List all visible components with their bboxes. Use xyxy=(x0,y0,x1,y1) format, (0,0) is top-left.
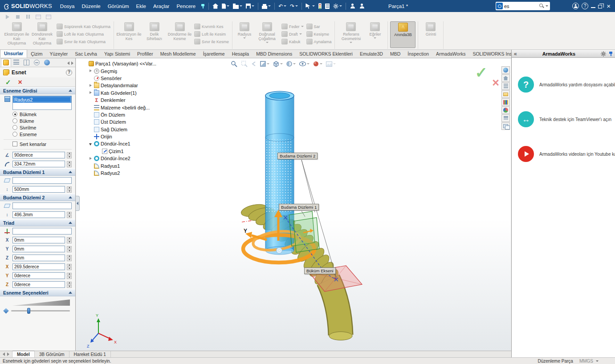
trim-plane-2-callout[interactable]: Budama Düzlemi 2 xyxy=(277,153,318,159)
tree-item-gecmis[interactable]: Geçmiş xyxy=(83,67,163,74)
ribbon-extruded-boss-button[interactable]: Ekstrüzyon ile Katı Oluşturma xyxy=(4,21,29,45)
triad-x-input[interactable] xyxy=(12,237,65,243)
save-icon[interactable] xyxy=(244,1,256,11)
ribbon-extruded-cut-button[interactable]: Ekstrüzyon ile Kes xyxy=(116,21,142,41)
task-pane-youtube-link[interactable]: ArmadaWorks videoları için Youtube kan xyxy=(512,146,615,162)
pm-tab-scroll-left-icon[interactable] xyxy=(67,61,69,65)
forum-icon[interactable] xyxy=(501,122,510,130)
triad-reference-input[interactable] xyxy=(12,228,72,235)
tab-sac-levha[interactable]: Sac Levha xyxy=(71,50,101,58)
ribbon-swept-boss-button[interactable]: Süpürerek Katı Oluşturma xyxy=(57,24,110,29)
spinner[interactable] xyxy=(67,186,72,193)
hard-edges-checkbox[interactable]: Sert kenarlar xyxy=(0,141,75,147)
zoom-fit-icon[interactable] xyxy=(230,60,239,68)
tree-item-denklemler[interactable]: ΣDenklemler xyxy=(83,97,163,104)
tree-item-dondur-ince2[interactable]: Döndür-İnce2 xyxy=(83,155,163,162)
view-palette-icon[interactable] xyxy=(501,98,510,106)
tab-isaretleme[interactable]: İşaretleme xyxy=(200,50,228,58)
ribbon-lofted-boss-button[interactable]: Loft ile Katı Oluşturma xyxy=(57,31,110,37)
ribbon-linear-pattern-button[interactable]: Doğrusal Çoğaltma xyxy=(254,21,280,43)
file-properties-icon[interactable] xyxy=(323,1,331,11)
minimize-window-icon[interactable] xyxy=(591,4,595,8)
expand-icon[interactable] xyxy=(89,69,93,73)
tree-item-dondur-ince1[interactable]: Döndür-İnce1 xyxy=(83,140,163,147)
spinner[interactable] xyxy=(67,255,72,261)
selected-body-item[interactable]: Radyus2 xyxy=(13,96,71,103)
spinner[interactable] xyxy=(67,246,72,252)
edit-appearance-icon[interactable] xyxy=(312,60,323,68)
trim-plane2-offset-input[interactable] xyxy=(12,211,65,218)
ribbon-curves-button[interactable]: Eğriler xyxy=(365,21,385,39)
design-library-icon[interactable] xyxy=(501,82,510,90)
run-macro-icon[interactable] xyxy=(4,13,12,20)
expand-icon[interactable] xyxy=(89,91,93,95)
task-pane-teamviewer-link[interactable]: ↔ Teknik destek için TeamViewer'ı açın xyxy=(512,111,615,127)
tab-solidworks-eklentileri[interactable]: SOLIDWORKS Eklentileri xyxy=(296,50,356,58)
ribbon-intersect-button[interactable]: Kesişme xyxy=(306,31,332,37)
origin-handle[interactable] xyxy=(277,248,282,254)
search-input[interactable] xyxy=(503,4,539,9)
tab-scroll-right-icon[interactable] xyxy=(7,352,9,356)
bend-angle-input[interactable] xyxy=(12,152,65,158)
empty-selection-row[interactable] xyxy=(13,103,71,109)
appearances-icon[interactable] xyxy=(501,106,510,114)
tree-item-detaylandirmalar[interactable]: Detaylandırmalar xyxy=(83,82,163,89)
tab-emulate3d[interactable]: Emulate3D xyxy=(356,50,387,58)
tab-mbd-dimensions[interactable]: MBD Dimensions xyxy=(253,50,296,58)
trim-plane2-reference-input[interactable] xyxy=(12,202,72,209)
tab-featuremanager-tree[interactable] xyxy=(11,58,21,67)
ribbon-wrap-button[interactable]: Sar xyxy=(306,24,332,29)
ribbon-hole-wizard-button[interactable]: Delik Sihirbazı xyxy=(142,21,167,41)
open-icon[interactable] xyxy=(231,1,244,11)
home-icon[interactable] xyxy=(211,1,220,11)
pm-cancel-icon[interactable]: × xyxy=(18,79,22,85)
trim-plane-1-callout[interactable]: Budama Düzlemi 1 xyxy=(279,204,319,210)
login-user-icon[interactable] xyxy=(572,3,579,9)
previous-view-icon[interactable] xyxy=(250,60,257,68)
section-trim-plane1-header[interactable]: Budama Düzlemi 1 xyxy=(0,168,75,176)
radio-bending[interactable]: Bükmek xyxy=(0,111,75,117)
view-orientation-icon[interactable] xyxy=(272,60,284,68)
tree-item-radyus2[interactable]: Radyus2 xyxy=(83,170,163,177)
menu-gorunum[interactable]: Görünüm xyxy=(104,0,133,12)
select-icon[interactable] xyxy=(304,1,317,11)
ribbon-boundary-boss-button[interactable]: Sınır ile Katı Oluşturma xyxy=(57,39,110,44)
confirm-ok-icon[interactable]: ✓ xyxy=(475,64,488,81)
resources-icon[interactable] xyxy=(501,66,510,74)
tab-yuzeyler[interactable]: Yüzeyler xyxy=(46,50,71,58)
collaborate-user-icon[interactable] xyxy=(357,1,367,11)
tree-item-sensorler[interactable]: Sensörler xyxy=(83,75,163,82)
section-view-icon[interactable] xyxy=(259,60,270,68)
task-pane-gear-icon[interactable] xyxy=(601,51,606,57)
ribbon-instant3d-button[interactable]: Anında3B xyxy=(390,21,415,48)
pin-pane-icon[interactable] xyxy=(609,52,613,56)
expand-icon[interactable] xyxy=(89,84,93,88)
ribbon-draft-button[interactable]: Draft xyxy=(281,31,304,37)
tab-unsurlar[interactable]: Unsurlar xyxy=(0,49,27,58)
spinner[interactable] xyxy=(67,237,72,243)
tab-dimxpert[interactable] xyxy=(32,58,42,67)
tab-model[interactable]: Model xyxy=(12,351,35,357)
tree-item-cizim1[interactable]: Çizim1 xyxy=(83,148,163,155)
graphics-viewport[interactable]: Y Y X Z Parça1 (Varsayılan) <<Var... Geç… xyxy=(76,58,511,351)
bodies-selection-listbox[interactable]: Radyus2 xyxy=(12,96,72,110)
close-window-icon[interactable]: × xyxy=(605,3,612,9)
section-flex-options-header[interactable]: Esneme Seçenekleri xyxy=(0,289,75,296)
tab-yapi-sistemi[interactable]: Yapı Sistemi xyxy=(101,50,134,58)
radio-tapering[interactable]: Sivrilme xyxy=(0,124,75,131)
section-flex-input-header[interactable]: Esneme Girdisi xyxy=(0,87,75,94)
units-selector[interactable]: MMGS xyxy=(579,359,600,364)
custom-properties-icon[interactable] xyxy=(501,114,510,122)
menu-dosya[interactable]: Dosya xyxy=(57,0,78,12)
tab-inspection[interactable]: İnspection xyxy=(404,50,432,58)
pm-tab-scroll-right-icon[interactable] xyxy=(71,61,73,65)
ribbon-revolved-boss-button[interactable]: Döndürerek Katı Oluşturma xyxy=(29,21,55,45)
spinner[interactable] xyxy=(67,212,72,218)
search-scope-icon[interactable] xyxy=(496,3,503,9)
ribbon-fillet-button[interactable]: Radyus xyxy=(235,21,254,39)
triad-rotate-z-input[interactable] xyxy=(12,281,65,288)
tab-motion-study[interactable]: Hareket Etüdü 1 xyxy=(69,351,111,357)
tab-scroll-left-icon[interactable] xyxy=(3,352,5,356)
table-icon[interactable] xyxy=(34,13,42,20)
search-magnifier-icon[interactable] xyxy=(539,4,544,8)
